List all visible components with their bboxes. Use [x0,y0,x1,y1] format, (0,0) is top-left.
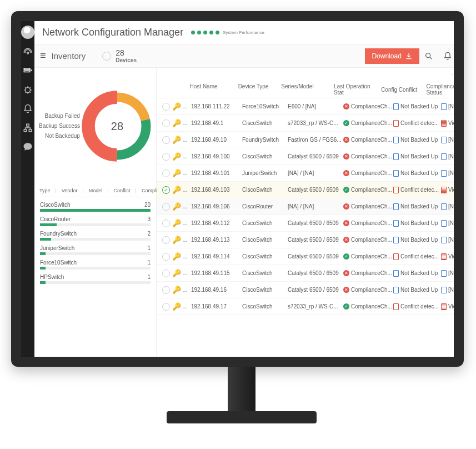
host-name-cell: 192.168.49.106 [191,203,242,209]
row-menu-icon[interactable]: … [182,187,191,193]
row-menu-icon[interactable]: … [182,270,191,276]
row-checkbox[interactable] [162,286,170,294]
row-checkbox[interactable] [162,203,170,211]
table-row[interactable]: 🔑 … 192.168.49.16 CiscoSwitch Catalyst 6… [157,282,454,298]
table-row[interactable]: 🔑 … 192.168.111.22 Force10Switch E600 / … [157,98,454,115]
svg-rect-6 [29,129,32,132]
table-row[interactable]: 🔑 … 192.168.49.10 FoundrySwitch FastIron… [157,132,454,148]
row-checkbox[interactable] [162,169,170,177]
last-operation-cell: ✕ComplianceCh... [343,203,393,209]
status-error-icon: ✕ [343,203,349,209]
tab-type[interactable]: Type [38,187,52,194]
row-menu-icon[interactable]: … [182,170,191,176]
row-menu-icon[interactable]: … [182,253,191,260]
status-error-icon: ✕ [343,220,349,226]
row-menu-icon[interactable]: … [182,287,191,293]
device-type-cell: CiscoSwitch [242,287,288,293]
document-icon [441,253,447,260]
type-row[interactable]: FoundrySwitch2 [40,231,151,241]
type-label: FoundrySwitch [40,231,77,237]
chart-legend: Backup Failed Backup Success Not Backedu… [34,111,81,141]
document-icon [393,170,399,177]
type-row[interactable]: JuniperSwitch1 [40,245,151,255]
more-menu-icon[interactable]: ⋯ [452,72,454,78]
avatar[interactable] [21,26,34,39]
row-menu-icon[interactable]: … [182,137,191,143]
menu-icon[interactable]: ≡ [34,50,52,62]
alerts-icon[interactable] [22,84,33,96]
search-button[interactable] [419,47,438,66]
device-type-cell: JuniperSwitch [242,170,288,176]
row-checkbox[interactable] [162,186,170,194]
config-conflict-cell: Conflict detec... [393,120,441,127]
row-menu-icon[interactable]: … [182,153,191,159]
row-menu-icon[interactable]: … [182,120,191,126]
document-icon [393,153,399,160]
table-row[interactable]: 🔑 … 192.168.49.113 CiscoSwitch Catalyst … [157,232,454,248]
last-operation-cell: ✕ComplianceCh... [343,270,393,276]
series-model-cell: FastIron GS / FGS6... [288,137,343,143]
row-checkbox[interactable] [162,103,170,111]
row-checkbox[interactable] [162,270,170,277]
select-all-checkbox[interactable] [102,52,111,61]
tab-conflict[interactable]: Conflict [112,187,132,194]
type-row[interactable]: HPSwitch1 [40,274,151,284]
row-checkbox[interactable] [162,136,170,144]
type-row[interactable]: Force10Switch1 [40,260,151,270]
compliance-cell: [NA] [441,103,454,110]
chat-icon[interactable] [22,141,33,152]
row-checkbox[interactable] [162,303,170,311]
status-error-icon: ✕ [343,170,349,176]
inventory-icon[interactable] [22,66,33,77]
row-checkbox[interactable] [162,253,170,261]
row-menu-icon[interactable]: … [182,303,191,310]
series-model-cell: s72033_rp / WS-C... [288,303,343,310]
config-conflict-cell: Conflict detec... [393,187,441,193]
table-row[interactable]: 🔑 … 192.168.49.115 CiscoSwitch Catalyst … [157,265,454,282]
table-row[interactable]: 🔑 … 192.168.49.100 CiscoSwitch Catalyst … [157,148,454,165]
compliance-cell: [NA] [441,237,454,243]
topology-icon[interactable] [22,122,33,133]
status-error-icon: ✕ [343,287,349,293]
row-menu-icon[interactable]: … [182,220,191,226]
type-row[interactable]: CiscoRouter3 [40,216,151,226]
device-type-cell: CiscoSwitch [242,153,288,159]
host-name-cell: 192.168.49.114 [191,253,242,260]
table-row[interactable]: 🔑 … 192.168.49.106 CiscoRouter [NA] / [N… [157,198,454,215]
row-menu-icon[interactable]: … [182,237,191,243]
row-checkbox[interactable] [162,236,170,244]
device-type-cell: CiscoSwitch [242,253,288,260]
svg-point-3 [26,88,31,93]
document-icon [441,270,447,277]
table-row[interactable]: 🔑 … 192.168.49.1 CiscoSwitch s72033_rp /… [157,115,454,132]
table-row[interactable]: 🔑 … 192.168.49.101 JuniperSwitch [NA] / … [157,165,454,182]
type-row[interactable]: CiscoSwitch20 [40,202,151,212]
host-name-cell: 192.168.111.22 [191,103,242,109]
table-row[interactable]: 🔑 … 192.168.49.17 CiscoSwitch s72033_rp … [157,298,454,315]
config-conflict-cell: Not Backed Up [393,237,441,243]
config-conflict-cell: Conflict detec... [393,303,441,310]
tab-model[interactable]: Model [87,187,104,194]
row-checkbox[interactable] [162,219,170,227]
host-name-cell: 192.168.49.115 [191,270,242,276]
row-menu-icon[interactable]: … [182,103,191,109]
document-icon [393,220,399,227]
row-checkbox[interactable] [162,153,170,161]
row-menu-icon[interactable]: … [182,203,191,209]
svg-rect-4 [27,124,29,126]
notifications-button[interactable] [438,47,454,66]
side-nav [21,21,34,357]
document-icon [393,137,399,143]
table-row[interactable]: 🔑 … 192.168.49.103 CiscoSwitch Catalyst … [157,182,454,198]
title-bar: Network Configuration Manager System Per… [34,21,454,44]
bell-icon[interactable] [22,103,33,114]
table-row[interactable]: 🔑 … 192.168.49.114 CiscoSwitch Catalyst … [157,248,454,265]
download-button[interactable]: Download [365,48,419,64]
document-icon [393,103,399,110]
tab-vendor[interactable]: Vendor [60,187,79,194]
row-checkbox[interactable] [162,119,170,127]
dashboard-icon[interactable] [22,47,33,58]
table-row[interactable]: 🔑 … 192.168.49.112 CiscoSwitch Catalyst … [157,215,454,232]
type-count: 1 [147,245,151,251]
document-icon [441,220,447,227]
